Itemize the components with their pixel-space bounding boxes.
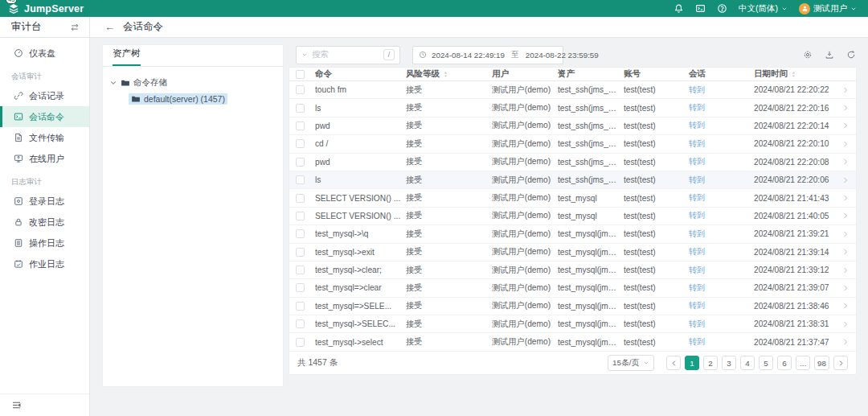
- sidebar-item-login-log[interactable]: 登录日志: [0, 191, 89, 212]
- session-goto-link[interactable]: 转到: [689, 265, 754, 276]
- row-checkbox[interactable]: [296, 248, 305, 257]
- row-expand-chevron-icon[interactable]: [841, 248, 850, 256]
- row-expand-chevron-icon[interactable]: [841, 302, 850, 310]
- session-goto-link[interactable]: 转到: [689, 300, 754, 311]
- tree-node-default-server[interactable]: default(server) (1457): [129, 91, 276, 107]
- export-download-icon[interactable]: [825, 50, 834, 60]
- date-range-picker[interactable]: 2024-08-14 22:49:19 至 2024-08-22 23:59:5…: [412, 46, 563, 64]
- session-goto-link[interactable]: 转到: [689, 102, 754, 113]
- session-goto-link[interactable]: 转到: [689, 229, 754, 240]
- row-checkbox[interactable]: [296, 319, 305, 328]
- caret-down-icon[interactable]: [109, 79, 117, 87]
- session-goto-link[interactable]: 转到: [689, 282, 754, 294]
- sidebar-item-password-change-log[interactable]: 改密日志: [0, 212, 89, 233]
- session-goto-link[interactable]: 转到: [689, 120, 754, 131]
- session-goto-link[interactable]: 转到: [689, 336, 754, 348]
- row-expand-chevron-icon[interactable]: [841, 86, 850, 94]
- row-checkbox[interactable]: [296, 229, 305, 238]
- console-swap-icon[interactable]: [70, 23, 80, 32]
- session-goto-link[interactable]: 转到: [689, 210, 754, 221]
- row-expand-chevron-icon[interactable]: [841, 320, 850, 328]
- row-expand-chevron-icon[interactable]: [841, 158, 850, 166]
- language-label: 中文(简体): [739, 3, 778, 14]
- tab-asset-tree[interactable]: 资产树: [113, 47, 141, 66]
- sidebar-item-job-log[interactable]: 作业日志: [0, 253, 89, 274]
- session-goto-link[interactable]: 转到: [689, 138, 754, 150]
- user-cell: 测试用户(demo): [492, 84, 558, 96]
- page-button-2[interactable]: 2: [703, 356, 718, 370]
- row-checkbox[interactable]: [296, 139, 305, 148]
- sidebar-item-label: 会话命令: [29, 111, 64, 123]
- account-cell: test(test): [624, 194, 689, 203]
- row-expand-chevron-icon[interactable]: [841, 194, 850, 202]
- page-button-3[interactable]: 3: [722, 356, 736, 370]
- notification-bell-icon[interactable]: [674, 3, 684, 14]
- table-settings-gear-icon[interactable]: [803, 50, 813, 60]
- session-goto-link[interactable]: 转到: [689, 246, 754, 257]
- session-goto-link[interactable]: 转到: [689, 319, 754, 330]
- user-menu[interactable]: 测试用户: [799, 3, 857, 14]
- row-checkbox[interactable]: [296, 158, 305, 167]
- row-checkbox[interactable]: [296, 212, 305, 220]
- help-icon[interactable]: [717, 3, 727, 14]
- row-checkbox[interactable]: [296, 338, 305, 347]
- row-expand-chevron-icon[interactable]: [841, 122, 850, 130]
- row-checkbox[interactable]: [296, 283, 305, 292]
- row-expand-chevron-icon[interactable]: [841, 212, 850, 220]
- sidebar-item-session-record[interactable]: 会话记录: [0, 85, 89, 106]
- risk-level-cell: 接受: [406, 120, 492, 131]
- row-checkbox[interactable]: [296, 85, 305, 94]
- session-goto-link[interactable]: 转到: [689, 175, 754, 186]
- user-cell: 测试用户(demo): [492, 138, 558, 150]
- select-all-checkbox[interactable]: [296, 70, 305, 79]
- session-goto-link[interactable]: 转到: [689, 156, 754, 167]
- session-goto-link[interactable]: 转到: [689, 192, 754, 204]
- sidebar-item-online-user[interactable]: 在线用户: [0, 148, 89, 169]
- next-page-button[interactable]: [833, 356, 848, 370]
- asset-cell: test_ssh(jms_gw): [558, 85, 624, 94]
- web-terminal-icon[interactable]: [695, 3, 706, 14]
- row-expand-chevron-icon[interactable]: [841, 140, 850, 148]
- date-start-value[interactable]: 2024-08-14 22:49:19: [432, 51, 505, 60]
- page-ellipsis[interactable]: ...: [796, 356, 810, 370]
- table-row: test_mysql=>SELE...接受测试用户(demo)test_mysq…: [289, 298, 856, 315]
- row-checkbox[interactable]: [296, 104, 305, 113]
- page-size-select[interactable]: 15条/页: [608, 355, 654, 371]
- prev-page-button[interactable]: [666, 356, 681, 370]
- column-header[interactable]: 风险等级: [406, 68, 492, 80]
- row-expand-chevron-icon[interactable]: [841, 176, 850, 184]
- page-button-5[interactable]: 5: [759, 356, 773, 370]
- row-expand-chevron-icon[interactable]: [841, 104, 850, 112]
- row-checkbox[interactable]: [296, 175, 305, 184]
- back-button[interactable]: ←: [104, 22, 115, 32]
- sidebar-item-file-transfer[interactable]: 文件传输: [0, 127, 89, 148]
- row-checkbox[interactable]: [296, 194, 305, 203]
- row-checkbox[interactable]: [296, 266, 305, 274]
- row-expand-chevron-icon[interactable]: [841, 284, 850, 292]
- row-expand-chevron-icon[interactable]: [841, 230, 850, 238]
- search-input[interactable]: 搜索 /: [296, 46, 400, 64]
- row-expand-chevron-icon[interactable]: [841, 266, 850, 274]
- row-checkbox[interactable]: [296, 122, 305, 130]
- column-header[interactable]: 日期时间: [754, 68, 837, 80]
- language-selector[interactable]: 中文(简体): [739, 3, 788, 14]
- tree-node-root[interactable]: 命令存储: [109, 75, 276, 91]
- page-button-6[interactable]: 6: [777, 356, 792, 370]
- online-user-icon: [14, 154, 23, 163]
- page-button-98[interactable]: 98: [814, 356, 829, 370]
- row-expand-chevron-icon[interactable]: [841, 338, 850, 346]
- sort-icon[interactable]: [442, 71, 449, 78]
- row-checkbox[interactable]: [296, 302, 305, 311]
- sidebar-item-dashboard[interactable]: 仪表盘: [0, 43, 89, 64]
- command-cell: SELECT VERSION() ...: [315, 212, 406, 220]
- brand-logo[interactable]: JumpServer: [0, 3, 84, 14]
- sidebar-item-session-command[interactable]: 会话命令: [0, 106, 89, 127]
- refresh-icon[interactable]: [846, 50, 856, 60]
- sidebar-item-operation-log[interactable]: 操作日志: [0, 233, 89, 253]
- page-button-4[interactable]: 4: [740, 356, 755, 370]
- sidebar-collapse-icon[interactable]: [11, 400, 22, 410]
- date-end-value[interactable]: 2024-08-22 23:59:59: [526, 51, 599, 60]
- page-button-1[interactable]: 1: [685, 356, 699, 370]
- sort-icon[interactable]: [790, 71, 797, 78]
- session-goto-link[interactable]: 转到: [689, 84, 754, 96]
